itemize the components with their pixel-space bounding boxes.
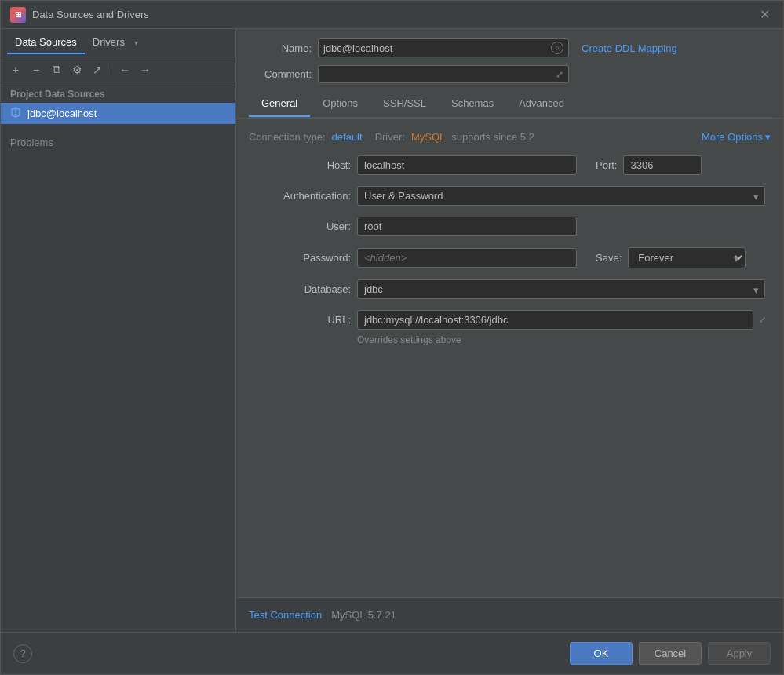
ok-button[interactable]: OK [570,642,633,665]
connection-type-value[interactable]: default [332,131,363,143]
auth-select[interactable]: User & Password No auth Username [357,186,765,206]
save-label: Save: [596,252,622,264]
tab-options[interactable]: Options [310,91,370,117]
save-select[interactable]: Forever Until restart Never [628,247,746,268]
comment-label: Comment: [249,68,312,80]
tab-ssh-ssl[interactable]: SSH/SSL [370,91,439,117]
port-input[interactable] [623,155,702,175]
dialog-footer: ? OK Cancel Apply [1,632,783,674]
bottom-bar: Test Connection MySQL 5.7.21 [236,597,783,632]
url-input[interactable] [357,310,753,330]
database-label: Database: [249,283,351,295]
save-select-wrapper: Forever Until restart Never [628,247,746,268]
sidebar: Data Sources Drivers ▾ + − ⧉ ⚙ ↗ ← → Pro… [1,29,236,632]
app-icon: ⊞ [10,7,26,23]
sidebar-item-jdbc-localhost[interactable]: jdbc@localhost [1,103,235,124]
user-label: User: [249,221,351,232]
port-label: Port: [596,159,617,171]
more-options-link[interactable]: More Options ▾ [702,131,771,143]
auth-label: Authentication: [249,190,351,202]
url-row: URL: ⤢ [249,310,771,330]
comment-row: Comment: ⤢ [249,65,771,83]
forward-button[interactable]: → [137,61,154,78]
driver-supports-text: supports since 5.2 [451,131,534,143]
overrides-text: Overrides settings above [357,334,771,345]
password-input[interactable] [357,248,577,268]
name-label: Name: [249,42,312,54]
datasource-icon [10,107,21,120]
tab-bar: General Options SSH/SSL Schemas Advanced [249,91,771,118]
connection-type-label: Connection type: [249,131,326,143]
settings-button[interactable]: ⚙ [68,61,86,78]
remove-button[interactable]: − [27,61,45,78]
test-connection-link[interactable]: Test Connection [249,609,322,621]
driver-label: Driver: [375,131,405,143]
right-panel: Name: ○ Create DDL Mapping Comment: ⤢ [236,29,783,632]
cancel-button[interactable]: Cancel [639,642,702,665]
data-sources-dialog: ⊞ Data Sources and Drivers ✕ Data Source… [0,0,784,675]
toolbar-separator [111,64,111,76]
database-row: Database: jdbc [249,279,771,299]
tab-general[interactable]: General [249,91,310,117]
host-port-row: Host: Port: [249,155,771,175]
user-row: User: [249,217,771,236]
apply-button[interactable]: Apply [708,642,771,665]
back-button[interactable]: ← [116,61,133,78]
name-icon: ○ [551,42,563,54]
driver-value[interactable]: MySQL [411,131,445,143]
close-button[interactable]: ✕ [755,5,774,24]
project-data-sources-header: Project Data Sources [1,82,235,103]
main-content: Data Sources Drivers ▾ + − ⧉ ⚙ ↗ ← → Pro… [1,29,783,632]
name-row: Name: ○ Create DDL Mapping [249,38,771,57]
tab-advanced[interactable]: Advanced [506,91,577,117]
comment-input[interactable] [323,68,551,80]
create-ddl-link[interactable]: Create DDL Mapping [582,42,677,54]
copy-button[interactable]: ⧉ [48,61,65,78]
add-button[interactable]: + [7,61,24,78]
database-select[interactable]: jdbc [357,279,765,299]
password-label: Password: [249,252,351,264]
host-input[interactable] [357,155,577,175]
sidebar-toolbar: + − ⧉ ⚙ ↗ ← → [1,57,235,82]
tab-drivers[interactable]: Drivers [85,31,133,54]
panel-body: Connection type: default Driver: MySQL s… [236,119,783,597]
dialog-title: Data Sources and Drivers [32,9,755,20]
name-input[interactable] [323,42,546,54]
move-button[interactable]: ↗ [89,61,106,78]
title-bar: ⊞ Data Sources and Drivers ✕ [1,1,783,29]
host-label: Host: [249,159,351,171]
expand-icon[interactable]: ⤢ [556,69,563,80]
connection-info: Connection type: default Driver: MySQL s… [249,131,771,143]
problems-section: Problems [1,124,235,161]
comment-input-container: ⤢ [318,65,569,83]
sidebar-tabs-dropdown-icon[interactable]: ▾ [134,38,138,47]
name-input-container: ○ [318,38,569,57]
url-label: URL: [249,314,351,326]
auth-select-wrapper: User & Password No auth Username [357,186,765,206]
test-connection-result: MySQL 5.7.21 [331,609,396,621]
form-header: Name: ○ Create DDL Mapping Comment: ⤢ [236,29,783,119]
password-row: Password: Save: Forever Until restart Ne… [249,247,771,268]
tab-data-sources[interactable]: Data Sources [7,31,85,54]
auth-row: Authentication: User & Password No auth … [249,186,771,206]
user-input[interactable] [357,217,577,236]
sidebar-item-label: jdbc@localhost [27,108,97,119]
url-container: ⤢ [357,310,771,330]
sidebar-tabs: Data Sources Drivers ▾ [1,29,235,57]
tab-schemas[interactable]: Schemas [439,91,506,117]
url-expand-icon[interactable]: ⤢ [759,315,766,325]
database-select-wrapper: jdbc [357,279,765,299]
help-button[interactable]: ? [13,644,32,663]
